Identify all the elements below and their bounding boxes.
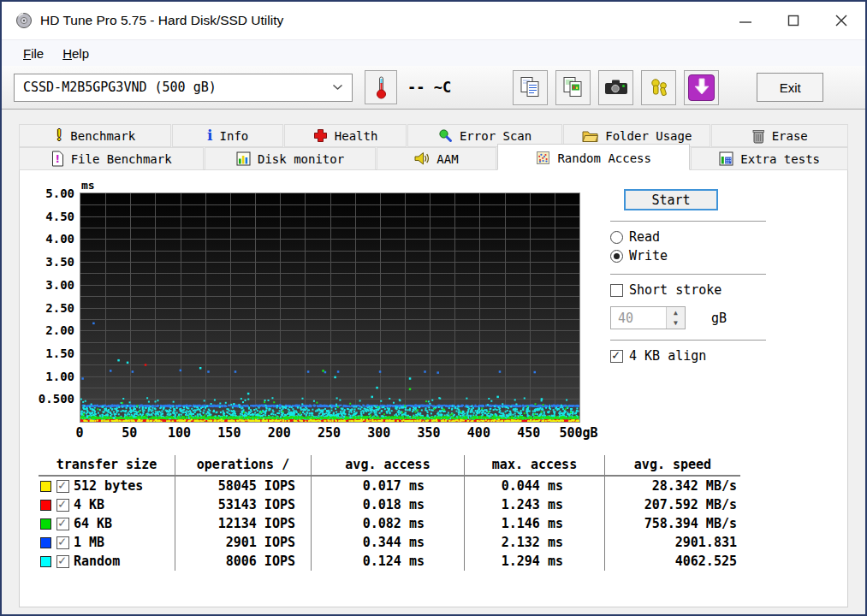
series-checkbox[interactable]	[56, 555, 69, 568]
avg-speed-value: 758.394 MB/s	[605, 514, 740, 533]
capacity-spinner[interactable]: 40 ▲ ▼	[610, 306, 686, 329]
maximize-icon	[783, 10, 804, 31]
x-tick-label: 300	[367, 425, 390, 441]
random-access-icon	[536, 151, 550, 165]
iops-value: 58045 IOPS	[175, 477, 312, 495]
close-icon	[831, 10, 852, 31]
series-swatch	[40, 556, 51, 567]
tab-aam[interactable]: AAM	[377, 147, 496, 170]
chevron-down-icon	[332, 84, 343, 91]
max-access-value: 2.132 ms	[465, 533, 605, 552]
copy-text-button[interactable]	[513, 70, 548, 105]
menu-file[interactable]: File	[14, 46, 53, 61]
x-tick-label: 150	[217, 425, 241, 441]
series-swatch	[40, 481, 51, 492]
exit-button[interactable]: Exit	[757, 73, 823, 102]
read-radio-row[interactable]: Read	[610, 229, 847, 245]
spinner-down-icon[interactable]: ▼	[667, 318, 685, 329]
x-axis-labels: 050100150200250300350400450500gB	[80, 423, 580, 443]
tab-erase[interactable]: Erase	[711, 124, 848, 147]
maximize-button[interactable]	[769, 2, 817, 39]
y-tick-label: 3.50	[32, 255, 74, 269]
menubar: File Help	[2, 39, 865, 66]
y-tick-label: 1.00	[32, 370, 74, 383]
series-checkbox[interactable]	[56, 518, 69, 530]
read-radio[interactable]	[610, 231, 623, 244]
separator	[610, 221, 766, 222]
write-radio-row[interactable]: Write	[610, 248, 847, 264]
avg-access-value: 0.018 ms	[312, 495, 465, 514]
series-checkbox[interactable]	[56, 480, 69, 493]
minimize-button[interactable]	[722, 2, 769, 39]
svg-text:!: !	[55, 153, 59, 165]
align-label: 4 KB align	[629, 348, 706, 364]
iops-value: 2901 IOPS	[175, 533, 312, 552]
spinner-up-icon[interactable]: ▲	[667, 307, 685, 318]
x-tick-label: 100	[168, 425, 191, 441]
avg-access-value: 0.124 ms	[312, 552, 465, 571]
x-tick-label: 250	[318, 425, 341, 441]
short-stroke-row[interactable]: Short stroke	[610, 282, 847, 298]
file-benchmark-icon: !	[51, 151, 64, 167]
y-tick-label: 2.00	[32, 323, 74, 337]
x-tick-label: 0	[75, 425, 83, 441]
tab-file-benchmark[interactable]: ! File Benchmark	[19, 147, 204, 170]
temperature-button[interactable]	[365, 70, 397, 104]
app-window: HD Tune Pro 5.75 - Hard Disk/SSD Utility…	[0, 0, 867, 616]
x-tick-label: 200	[268, 425, 291, 441]
max-access-value: 1.146 ms	[465, 514, 605, 533]
tab-health[interactable]: Health	[284, 124, 407, 147]
series-swatch	[40, 518, 51, 530]
save-icon	[688, 74, 715, 101]
tabrow-2: ! File Benchmark Disk monitor AAM	[19, 147, 848, 169]
max-access-value: 1.294 ms	[465, 552, 605, 571]
chart-area: ms 5.004.504.003.503.002.502.001.501.000…	[30, 179, 588, 443]
start-button[interactable]: Start	[624, 189, 718, 210]
x-tick-label: 350	[418, 425, 441, 441]
minimize-icon	[735, 10, 756, 31]
series-checkbox[interactable]	[56, 536, 69, 549]
plot-wrap: 5.004.504.003.503.002.502.001.501.000.50…	[80, 192, 580, 423]
series-swatch	[40, 537, 51, 548]
drive-select[interactable]: CSSD-M2B5GPG3VND (500 gB)	[14, 74, 353, 102]
thermometer-icon	[375, 75, 388, 99]
tabstrip: ! Benchmark i Info Health Error Scan	[19, 124, 848, 169]
align-checkbox[interactable]	[610, 350, 623, 363]
screenshot-button[interactable]	[598, 70, 633, 105]
table-row-label: 4 KB	[39, 495, 175, 514]
avg-access-value: 0.344 ms	[312, 533, 465, 552]
tools-button[interactable]	[641, 70, 676, 105]
align-row[interactable]: 4 KB align	[610, 348, 847, 364]
tab-info[interactable]: i Info	[172, 124, 283, 147]
y-tick-label: 3.00	[32, 278, 74, 292]
menu-help[interactable]: Help	[53, 46, 98, 61]
col-header: avg. access	[312, 455, 465, 477]
x-tick-label: 50	[122, 425, 137, 441]
drive-select-value: CSSD-M2B5GPG3VND (500 gB)	[23, 80, 217, 95]
info-icon: i	[207, 128, 212, 143]
copy-image-icon	[562, 76, 585, 98]
write-radio[interactable]	[610, 250, 623, 263]
avg-speed-value: 207.592 MB/s	[605, 495, 740, 514]
tab-random-access[interactable]: Random Access	[497, 144, 690, 170]
iops-value: 53143 IOPS	[175, 495, 312, 514]
read-label: Read	[629, 229, 660, 245]
x-tick-label: 450	[517, 425, 540, 441]
save-button[interactable]	[684, 70, 719, 105]
y-tick-label: 2.50	[32, 301, 74, 315]
tab-extra-tests[interactable]: Extra tests	[691, 147, 848, 170]
tab-disk-monitor[interactable]: Disk monitor	[205, 147, 376, 170]
results-table: transfer size operations / avg. access m…	[39, 455, 747, 571]
tools-icon	[648, 76, 670, 98]
disk-monitor-icon	[236, 151, 251, 166]
short-stroke-checkbox[interactable]	[610, 284, 623, 297]
copy-image-button[interactable]	[555, 70, 591, 105]
close-button[interactable]	[817, 2, 865, 39]
tab-benchmark[interactable]: ! Benchmark	[19, 124, 171, 147]
camera-icon	[604, 78, 628, 97]
col-header: operations /	[175, 455, 312, 477]
y-tick-label: 5.00	[32, 187, 74, 200]
avg-speed-value: 2901.831	[605, 533, 740, 552]
avg-access-value: 0.017 ms	[312, 477, 465, 495]
series-checkbox[interactable]	[56, 499, 69, 512]
